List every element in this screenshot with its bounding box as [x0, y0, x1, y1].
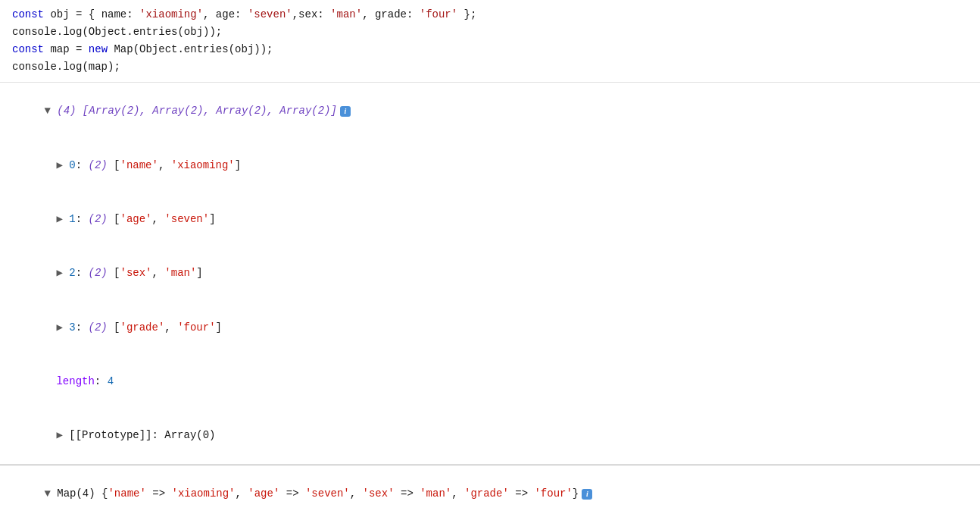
array-item-1-key: 1 — [69, 213, 75, 225]
output-map-section: ▼ Map(4) {'name' => 'xiaoming', 'age' =>… — [0, 465, 980, 517]
array-type-label: [Array(2), Array(2), Array(2), Array(2)] — [83, 105, 337, 117]
array-item-1[interactable]: ▶ 1: (2) ['age', 'seven'] — [0, 193, 980, 246]
code-line-1: const obj = { name: 'xiaoming', age: 'se… — [12, 6, 968, 24]
map-header-line[interactable]: ▼ Map(4) {'name' => 'xiaoming', 'age' =>… — [0, 467, 980, 517]
output-array-section: ▼ (4) [Array(2), Array(2), Array(2), Arr… — [0, 83, 980, 465]
code-line-2: console.log(Object.entries(obj)); — [12, 24, 968, 41]
info-icon-array[interactable]: i — [340, 106, 351, 117]
array-item-0[interactable]: ▶ 0: (2) ['name', 'xiaoming'] — [0, 139, 980, 193]
array-item-2[interactable]: ▶ 2: (2) ['sex', 'man'] — [0, 246, 980, 300]
array-item-3-tri[interactable]: ▶ — [56, 321, 69, 334]
code-section: const obj = { name: 'xiaoming', age: 'se… — [0, 0, 980, 83]
info-icon-map[interactable]: i — [582, 489, 592, 500]
collapse-triangle-array[interactable]: ▼ — [44, 105, 57, 117]
array-header-line[interactable]: ▼ (4) [Array(2), Array(2), Array(2), Arr… — [0, 84, 980, 138]
array-item-0-key: 0 — [69, 159, 75, 171]
array-item-3-key: 3 — [69, 321, 75, 334]
code-line-3: const map = new Map(Object.entries(obj))… — [12, 41, 968, 58]
array-proto-tri[interactable]: ▶ — [56, 429, 69, 441]
array-item-2-tri[interactable]: ▶ — [56, 267, 69, 279]
array-item-2-key: 2 — [69, 267, 75, 279]
array-item-0-tri[interactable]: ▶ — [56, 159, 69, 171]
length-key: length — [56, 375, 94, 387]
collapse-triangle-map[interactable]: ▼ — [44, 487, 57, 500]
array-count: (4) — [57, 105, 83, 117]
array-item-3[interactable]: ▶ 3: (2) ['grade', 'four'] — [0, 301, 980, 355]
console-panel: const obj = { name: 'xiaoming', age: 'se… — [0, 0, 980, 517]
array-prototype-label: [[Prototype]]: Array(0) — [69, 429, 215, 441]
map-label: Map(4) { — [57, 487, 108, 500]
code-line-4: console.log(map); — [12, 58, 968, 76]
array-item-1-tri[interactable]: ▶ — [56, 213, 69, 225]
array-prototype-line[interactable]: ▶ [[Prototype]]: Array(0) — [0, 409, 980, 462]
array-length-line: length: 4 — [0, 355, 980, 409]
length-value: 4 — [108, 375, 114, 387]
keyword-const: const — [12, 8, 44, 20]
